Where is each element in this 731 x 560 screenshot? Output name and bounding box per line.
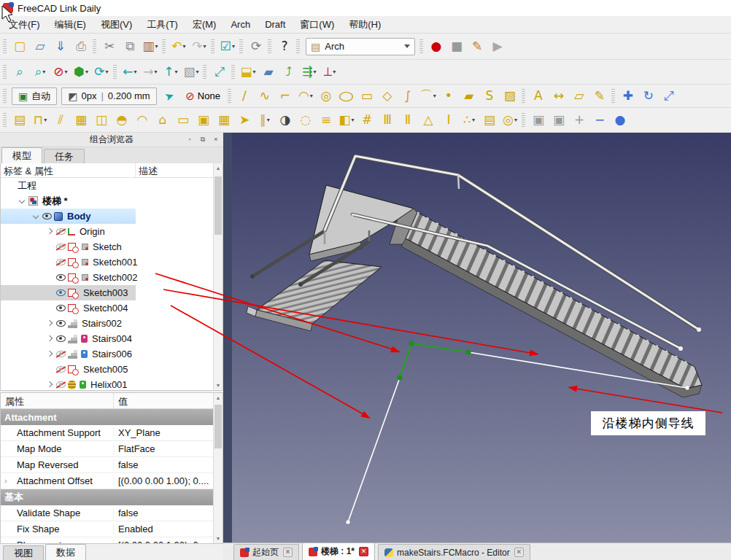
tree-item-sketch003[interactable]: Sketch003: [1, 285, 136, 300]
close-icon[interactable]: ✕: [359, 547, 368, 556]
tree-item-helix001[interactable]: Helix001: [1, 377, 213, 390]
dropdown-arrow-icon[interactable]: ▾: [232, 43, 235, 50]
redo-button[interactable]: ↷▾: [190, 37, 209, 56]
property-row-attachment-support[interactable]: Attachment SupportXY_Plane: [1, 425, 213, 441]
visibility-off-icon[interactable]: [56, 259, 66, 265]
draft-dimension-button[interactable]: ↔: [549, 87, 568, 106]
nav-up-button[interactable]: ↑▾: [161, 63, 180, 82]
nav-cube-button[interactable]: ▧▾: [182, 63, 201, 82]
arch-window-button[interactable]: ▦: [214, 111, 233, 130]
dropdown-arrow-icon[interactable]: ▾: [85, 69, 88, 75]
draft-ellipse-button[interactable]: ○: [337, 87, 356, 106]
measure-button[interactable]: ⤢: [210, 63, 229, 82]
scroll-thumb[interactable]: [214, 176, 222, 235]
draft-facebinder-button[interactable]: ▰: [460, 87, 479, 106]
macro-stop-button[interactable]: ■: [447, 37, 466, 56]
whats-this-button[interactable]: ?: [275, 37, 294, 56]
property-row-map-reversed[interactable]: Map Reversedfalse: [1, 457, 213, 473]
property-expander-icon[interactable]: ›: [1, 541, 11, 543]
macro-play-button[interactable]: ▶: [488, 37, 507, 56]
dropdown-arrow-icon[interactable]: ▾: [196, 69, 199, 75]
working-plane-button[interactable]: ⟂▾: [320, 63, 339, 82]
menu-item-8[interactable]: 帮助(H): [341, 17, 388, 33]
nav-forward-button[interactable]: →▾: [141, 63, 160, 82]
visibility-on-icon[interactable]: [42, 213, 52, 219]
menu-item-5[interactable]: Arch: [223, 18, 258, 31]
arch-rebar-button[interactable]: ⫽: [51, 111, 70, 130]
draft-bezier-button[interactable]: ⌒▾: [419, 87, 438, 106]
menu-item-0[interactable]: 文件(F): [1, 17, 47, 33]
visibility-off-icon[interactable]: [56, 351, 66, 357]
arch-material-button[interactable]: ∴▾: [460, 111, 479, 130]
tab-model[interactable]: 模型: [1, 147, 42, 163]
tree-item-sketch002[interactable]: Sketch002: [1, 270, 213, 285]
menu-item-1[interactable]: 编辑(E): [47, 17, 93, 33]
dropdown-arrow-icon[interactable]: ▾: [183, 43, 186, 50]
snap-toggle-button[interactable]: ➤: [163, 88, 176, 104]
print-button[interactable]: ⎙: [71, 37, 90, 56]
arch-section-plane-button[interactable]: ◑: [276, 111, 295, 130]
arch-fence-button[interactable]: Ⅲ: [378, 111, 397, 130]
draft-shapestring-button[interactable]: S: [480, 87, 499, 106]
property-row-fix-shape[interactable]: Fix ShapeEnabled: [1, 521, 213, 537]
arch-component-button[interactable]: ⬓▾: [239, 63, 258, 82]
mdi-tab-0[interactable]: 起始页✕: [233, 544, 299, 560]
tree-expander-icon[interactable]: [19, 198, 26, 204]
tab-data[interactable]: 数据: [45, 544, 86, 560]
fit-selection-button[interactable]: ⌕▾: [31, 63, 50, 82]
dock-float-icon[interactable]: ⧉: [198, 134, 208, 144]
property-row-validate-shape[interactable]: Validate Shapefalse: [1, 505, 213, 521]
tree-scrollbar[interactable]: ▲ ▼: [213, 163, 223, 390]
scroll-down-icon[interactable]: ▼: [214, 381, 223, 390]
macro-record-button[interactable]: ●: [427, 37, 446, 56]
dropdown-arrow-icon[interactable]: ▾: [134, 69, 137, 75]
menu-item-7[interactable]: 窗口(W): [293, 17, 341, 33]
cut-line-button[interactable]: ▣: [549, 111, 568, 130]
property-row-map-mode[interactable]: Map ModeFlatFace: [1, 441, 213, 457]
draft-scale-button[interactable]: ⤢: [660, 87, 678, 106]
undo-button[interactable]: ↶▾: [169, 37, 188, 56]
dropdown-arrow-icon[interactable]: ▾: [253, 69, 256, 75]
dropdown-arrow-icon[interactable]: ▾: [352, 117, 355, 123]
property-group-attachment[interactable]: Attachment: [1, 409, 213, 425]
draft-label-button[interactable]: ▱: [570, 87, 589, 106]
arch-axis-button[interactable]: ◌: [296, 111, 315, 130]
arch-wall-button[interactable]: ▤: [10, 111, 29, 130]
tree-expander-icon[interactable]: [47, 335, 53, 342]
property-value[interactable]: FlatFace: [114, 443, 213, 454]
tree-item-stairs002[interactable]: Stairs002: [1, 316, 213, 331]
tree-item-sketch005[interactable]: Sketch005: [1, 362, 213, 377]
dropdown-arrow-icon[interactable]: ▾: [267, 117, 270, 123]
arch-add-button[interactable]: +: [570, 111, 589, 130]
property-row-placement[interactable]: ›Placement[(0.00 0.00 1.00); 0...: [1, 537, 213, 543]
arch-profile-button[interactable]: I: [439, 111, 458, 130]
fit-all-button[interactable]: ⌕: [10, 63, 29, 82]
arch-roof-button[interactable]: ◠: [133, 111, 152, 130]
property-group-[interactable]: 基本: [1, 489, 213, 505]
visibility-off-icon[interactable]: [56, 366, 66, 373]
tree-expander-icon[interactable]: [47, 228, 53, 235]
draft-grid-snap-button[interactable]: ◩ 0px | 0.200 mm: [61, 88, 156, 105]
arch-floor-button[interactable]: ▭: [174, 111, 193, 130]
visibility-off-icon[interactable]: [56, 228, 66, 235]
visibility-on-icon[interactable]: [56, 320, 66, 327]
close-icon[interactable]: ✕: [283, 548, 293, 557]
arch-building-button[interactable]: ⌂: [153, 111, 172, 130]
arch-survey-button[interactable]: ●: [611, 111, 630, 130]
visibility-off-icon[interactable]: [56, 381, 66, 388]
tree-expander-icon[interactable]: [47, 351, 53, 357]
property-value[interactable]: [(0.00 0.00 1.00); 0...: [114, 540, 213, 543]
tree-expander-icon[interactable]: [47, 381, 53, 388]
tree-item-sketch[interactable]: Sketch: [1, 239, 213, 254]
arch-pin-button[interactable]: ➤: [235, 111, 254, 130]
visibility-off-icon[interactable]: [56, 244, 66, 250]
scroll-thumb[interactable]: [214, 405, 222, 448]
open-file-button[interactable]: ▱: [31, 37, 50, 56]
arch-panel-button[interactable]: ◧▾: [337, 111, 356, 130]
arch-grid-button[interactable]: Ⅱ: [398, 111, 417, 130]
draft-hatch-button[interactable]: ▨: [500, 87, 519, 106]
tree-expander-icon[interactable]: [47, 320, 53, 327]
tree-item-stairs006[interactable]: Stairs006: [1, 346, 213, 362]
arch-project-button[interactable]: ◫: [92, 111, 111, 130]
scroll-down-icon[interactable]: ▼: [214, 534, 223, 543]
